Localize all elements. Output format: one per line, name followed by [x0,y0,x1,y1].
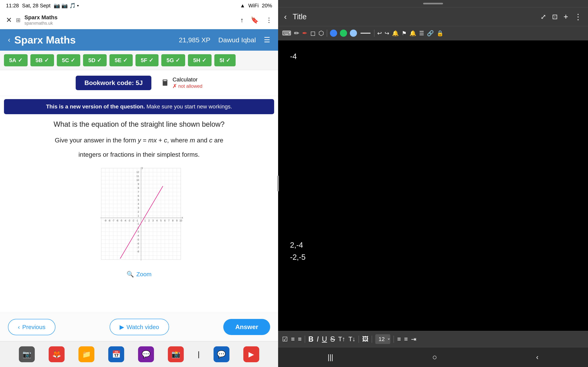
watch-video-button[interactable]: ▶ Watch video [110,319,169,335]
tab-5a[interactable]: 5A✓ [4,54,28,66]
close-icon[interactable]: ✕ [6,16,12,24]
indent-icon[interactable]: ⇥ [411,335,416,343]
svg-text:1: 1 [138,215,139,217]
zoom-button[interactable]: 🔍 Zoom [8,271,270,278]
italic-button[interactable]: I [317,335,319,343]
svg-text:-8: -8 [108,219,110,222]
notes-handle [423,3,443,4]
previous-button[interactable]: ‹ Previous [8,319,55,335]
align-left-icon[interactable]: ≡ [397,335,401,343]
sparx-logo: Sparx Maths [14,34,76,46]
bottom-divider-4 [394,336,394,343]
notes-toolbar: ⌨ ✏ ✒ ◻ ⬡ ↩ ↪ 🔔 ⚑ 🔔 ☰ 🔗 🔒 [278,26,588,40]
grid-tool-icon[interactable]: ☰ [419,30,424,37]
marker-icon[interactable]: ✒ [302,29,308,37]
menu-icon[interactable]: ☰ [264,36,270,44]
link-icon[interactable]: 🔗 [427,30,434,37]
bell-icon[interactable]: 🔔 [409,30,416,37]
svg-text:y: y [142,167,143,169]
dock-icon-screenshot[interactable]: 📷 [19,346,35,362]
bottom-buttons: ‹ Previous ▶ Watch video Answer [0,313,278,341]
add-icon[interactable]: + [563,12,568,21]
undo-icon[interactable]: ↩ [377,30,382,37]
eraser-icon[interactable]: ◻ [310,29,316,37]
superscript-icon[interactable]: T↑ [338,335,345,343]
svg-text:-1: -1 [137,222,139,225]
tab-5c[interactable]: 5C✓ [57,54,80,66]
zoom-icon: 🔍 [126,271,134,278]
dock-icon-calendar[interactable]: 📅 [108,346,124,362]
svg-text:-3: -3 [137,230,139,233]
svg-text:1: 1 [144,219,146,222]
sys-nav-back[interactable]: ‹ [536,353,538,361]
redo-icon[interactable]: ↪ [385,30,389,37]
app-title: Sparx Maths [25,14,58,21]
font-size-select[interactable]: 12 14 16 [375,334,390,344]
panel-drag-handle[interactable] [277,175,279,192]
svg-text:-6: -6 [116,219,118,222]
columns-icon[interactable]: ⊡ [552,13,558,21]
svg-text:8: 8 [172,219,174,222]
dock-icon-app2[interactable]: 📁 [78,346,94,362]
dock-icon-app1[interactable]: 🦊 [49,346,65,362]
app-dock: 📷 🦊 📁 📅 💬 📸 | 💬 ▶ [0,341,278,367]
tab-5g[interactable]: 5G✓ [161,54,185,66]
app-nav-header: ✕ ⊞ Sparx Maths sparxmaths.uk ↑ 🔖 ⋮ [0,11,278,29]
svg-text:-3: -3 [128,219,130,222]
more-icon[interactable]: ⋮ [266,16,272,24]
notes-handle-bar [278,0,588,7]
align-right-icon[interactable]: ≡ [404,335,408,343]
tab-5b[interactable]: 5B✓ [30,54,54,66]
subscript-icon[interactable]: T↓ [348,335,356,343]
notes-more-icon[interactable]: ⋮ [574,12,582,21]
svg-text:4: 4 [156,219,158,222]
question-line2: Give your answer in the form y = mx + c,… [8,135,270,145]
notes-text-bottom: 2,-4 -2,-5 [290,239,305,263]
dock-icon-youtube[interactable]: ▶ [243,346,259,362]
line-tool[interactable] [361,33,370,33]
svg-text:7: 7 [168,219,170,222]
tab-5f[interactable]: 5F✓ [135,54,159,66]
notes-back-icon[interactable]: ‹ [284,12,287,21]
lock-icon[interactable]: 🔒 [437,30,444,37]
tab-5i[interactable]: 5I✓ [214,54,235,66]
share-icon[interactable]: ↑ [240,17,244,24]
underline-button[interactable]: U [322,335,327,343]
keyboard-icon[interactable]: ⌨ [282,29,291,37]
sparx-back-icon[interactable]: ‹ [8,36,10,44]
unordered-list-icon[interactable]: ≡ [298,335,302,343]
sys-nav-bars[interactable]: ||| [328,353,333,361]
answer-button[interactable]: Answer [223,319,270,335]
color-green[interactable] [340,30,347,37]
svg-text:5: 5 [138,199,139,201]
svg-text:-4: -4 [124,219,126,222]
layers-icon[interactable]: ⚑ [402,30,407,37]
ordered-list-icon[interactable]: ≡ [291,335,295,343]
status-icons: 📷 📷 🎵 • [54,3,79,9]
svg-text:-5: -5 [120,219,122,222]
question-area: What is the equation of the straight lin… [0,114,278,313]
color-light-blue[interactable] [350,30,357,37]
dock-icon-chat[interactable]: 💬 [138,346,154,362]
lasso-icon[interactable]: ⬡ [319,29,324,37]
image-icon[interactable]: 🖼 [362,335,369,343]
svg-text:-4: -4 [137,234,139,237]
strikethrough-button[interactable]: S [330,335,335,343]
tab-5d[interactable]: 5D✓ [83,54,107,66]
grid-icon[interactable]: ⊞ [16,17,20,24]
bold-button[interactable]: B [308,335,313,343]
dock-icon-discord[interactable]: 💬 [214,346,229,362]
pen-icon[interactable]: ✏ [294,29,299,37]
bookmark-icon[interactable]: 🔖 [251,16,259,24]
expand-icon[interactable]: ⤢ [540,13,546,21]
wifi-icon: WiFi [248,3,259,9]
checkbox-icon[interactable]: ☑ [282,335,288,343]
tab-5e[interactable]: 5E✓ [109,54,133,66]
sys-nav-home[interactable]: ○ [432,353,437,362]
color-blue[interactable] [330,30,337,37]
system-nav: ||| ○ ‹ [278,347,588,367]
add-page-icon[interactable]: 🔔 [392,30,399,37]
tab-5h[interactable]: 5H✓ [188,54,211,66]
alert-normal: Make sure you start new workings. [146,103,232,110]
dock-icon-camera[interactable]: 📸 [168,346,184,362]
